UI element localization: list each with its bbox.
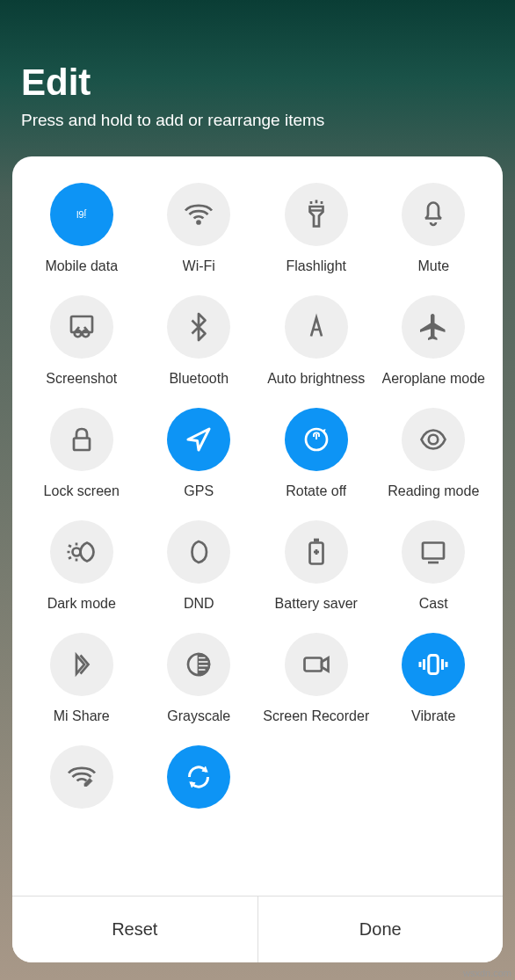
tile-label: Mi Share [54,708,110,724]
screen-record-icon [285,633,348,696]
done-button[interactable]: Done [258,897,504,962]
tile-battery[interactable]: Battery saver [258,520,375,612]
svg-point-3 [75,330,82,338]
page-title: Edit [21,62,494,104]
tile-label: Battery saver [275,596,358,612]
tiles-panel: j6lMobile dataWi-FiFlashlightMuteScreens… [12,156,503,962]
tile-label: Screenshot [46,371,117,387]
dark-mode-icon [50,520,113,584]
tile-label: Grayscale [167,708,230,724]
tile-label: Cast [419,596,448,612]
svg-rect-15 [423,543,444,559]
tile-vibrate[interactable]: Vibrate [375,633,493,724]
tile-label: Reading mode [388,483,479,499]
svg-rect-23 [429,656,439,674]
svg-rect-7 [74,439,90,451]
page-subtitle: Press and hold to add or rearrange items [21,111,494,130]
watermark: wsxdn.com [463,968,511,978]
wifi-edit-icon [50,745,113,809]
svg-point-0 [198,221,200,224]
gps-icon [167,408,230,471]
tile-label: GPS [184,483,214,499]
tile-label: Aeroplane mode [382,371,485,387]
tile-label: Mute [417,258,449,274]
tile-label: Bluetooth [169,371,228,387]
dnd-icon [167,520,230,584]
tile-mi-share[interactable]: Mi Share [23,633,141,724]
svg-rect-2 [71,316,92,332]
tile-screen-record[interactable]: Screen Recorder [258,633,375,724]
reading-icon [402,408,465,471]
tile-label: Dark mode [47,596,116,612]
svg-rect-22 [304,658,322,671]
screenshot-icon [50,295,113,359]
footer: Reset Done [12,896,503,962]
sync-icon [167,745,230,809]
tile-label: Auto brightness [267,371,365,387]
rotate-icon [285,408,348,471]
tile-label: Wi-Fi [183,258,215,274]
tile-rotate[interactable]: Rotate off [258,408,375,499]
tile-label: DND [184,596,214,612]
bluetooth-icon [167,295,230,359]
tile-gps[interactable]: GPS [141,408,258,499]
tile-label: Lock screen [44,483,120,499]
tile-mobile-data[interactable]: j6lMobile data [23,183,141,274]
tile-label: Flashlight [287,258,346,274]
tile-screenshot[interactable]: Screenshot [23,295,141,387]
svg-point-4 [83,330,90,338]
tile-grayscale[interactable]: Grayscale [141,633,258,724]
tile-lock[interactable]: Lock screen [23,408,141,499]
tile-label: Rotate off [286,483,346,499]
wifi-icon [167,183,230,246]
tile-bluetooth[interactable]: Bluetooth [141,295,258,387]
svg-point-9 [429,435,439,445]
mobile-data-icon: j6l [50,183,113,246]
tile-flashlight[interactable]: Flashlight [258,183,375,274]
tile-cast[interactable]: Cast [375,520,493,612]
tile-wifi-edit[interactable] [23,745,141,821]
tile-reading[interactable]: Reading mode [375,408,493,499]
lock-icon [50,408,113,471]
tile-label: Vibrate [411,708,455,724]
mi-share-icon [50,633,113,696]
tile-dnd[interactable]: DND [141,520,258,612]
flashlight-icon [285,183,348,246]
tile-auto-brightness[interactable]: Auto brightness [258,295,375,387]
vibrate-icon [402,633,465,696]
tile-aeroplane[interactable]: Aeroplane mode [375,295,493,387]
tile-sync[interactable] [141,745,258,821]
tile-label: Mobile data [45,258,118,274]
aeroplane-icon [402,295,465,359]
reset-button[interactable]: Reset [12,897,258,962]
auto-brightness-icon [285,295,348,359]
cast-icon [402,520,465,584]
mute-icon [402,183,465,246]
tile-wifi[interactable]: Wi-Fi [141,183,258,274]
grayscale-icon [167,633,230,696]
tile-mute[interactable]: Mute [375,183,493,274]
tile-label: Screen Recorder [263,708,369,724]
battery-icon [285,520,348,584]
tile-dark-mode[interactable]: Dark mode [23,520,141,612]
